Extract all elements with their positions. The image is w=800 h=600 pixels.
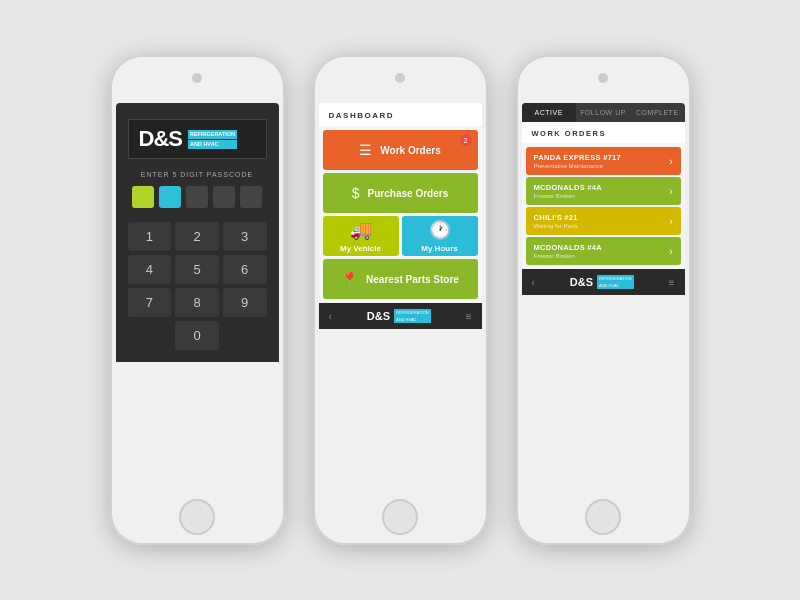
wo-footer-logo: D&S REFRIGERATION AND HVAC: [570, 275, 634, 289]
tab-active[interactable]: Active: [522, 103, 576, 122]
wo-item-2[interactable]: CHILI'S #21 Waiting for Parts ›: [526, 207, 681, 235]
key-5[interactable]: 5: [175, 255, 219, 284]
tile-my-vehicle[interactable]: 🚚 My Vehicle: [323, 216, 399, 256]
tile-purchase-orders[interactable]: $ Purchase Orders: [323, 173, 478, 213]
logo-line2: AND HVAC: [188, 140, 237, 149]
wo-arrow-3: ›: [669, 246, 672, 257]
passcode-label: ENTER 5 DIGIT PASSCODE: [141, 171, 253, 178]
key-8[interactable]: 8: [175, 288, 219, 317]
key-4[interactable]: 4: [128, 255, 172, 284]
footer-ds: D&S: [367, 310, 390, 322]
wo-footer: ‹ D&S REFRIGERATION AND HVAC ≡: [522, 269, 685, 295]
logo-ds: D&S: [139, 126, 182, 152]
key-0[interactable]: 0: [175, 321, 219, 350]
back-icon[interactable]: ‹: [329, 311, 332, 322]
key-3[interactable]: 3: [223, 222, 267, 251]
footer-logo: D&S REFRIGERATION AND HVAC: [367, 309, 431, 323]
phone-login: D&S REFRIGERATION AND HVAC ENTER 5 DIGIT…: [110, 55, 285, 545]
wo-header: WORK ORDERS: [522, 122, 685, 143]
tab-complete[interactable]: Complete: [630, 103, 684, 122]
wo-name-0: PANDA EXPRESS #717: [534, 153, 622, 162]
purchase-orders-icon: $: [352, 185, 360, 201]
wo-item-1[interactable]: MCDONALDS #4A Freezer Broken ›: [526, 177, 681, 205]
workorders-screen: Active Follow Up Complete WORK ORDERS PA…: [522, 103, 685, 503]
wo-back-icon[interactable]: ‹: [532, 277, 535, 288]
wo-name-1: MCDONALDS #4A: [534, 183, 603, 192]
dash-tiles: ☰ Work Orders 2 $ Purchase Orders 🚚 My V…: [319, 126, 482, 303]
tile-work-orders[interactable]: ☰ Work Orders 2: [323, 130, 478, 170]
footer-text: REFRIGERATION AND HVAC: [394, 309, 431, 323]
wo-name-2: CHILI'S #21: [534, 213, 578, 222]
key-1[interactable]: 1: [128, 222, 172, 251]
wo-item-text-0: PANDA EXPRESS #717 Preventative Maintena…: [534, 153, 622, 169]
logo-box: D&S REFRIGERATION AND HVAC: [128, 119, 267, 159]
wo-menu-icon[interactable]: ≡: [669, 277, 675, 288]
wo-sub-3: Freezer Broken: [534, 253, 603, 259]
tile-my-hours[interactable]: 🕐 My Hours: [402, 216, 478, 256]
wo-sub-1: Freezer Broken: [534, 193, 603, 199]
wo-name-3: MCDONALDS #4A: [534, 243, 603, 252]
tab-bar: Active Follow Up Complete: [522, 103, 685, 122]
footer-line2: AND HVAC: [394, 316, 431, 323]
wo-item-text-1: MCDONALDS #4A Freezer Broken: [534, 183, 603, 199]
dot-3: [186, 186, 208, 208]
tab-followup[interactable]: Follow Up: [576, 103, 630, 122]
login-screen: D&S REFRIGERATION AND HVAC ENTER 5 DIGIT…: [116, 103, 279, 503]
wo-arrow-2: ›: [669, 216, 672, 227]
wo-footer-line2: AND HVAC: [597, 282, 634, 289]
wo-sub-0: Preventative Maintenance: [534, 163, 622, 169]
vehicle-label: My Vehicle: [340, 244, 381, 253]
logo-line1: REFRIGERATION: [188, 130, 237, 139]
tile-nearest-parts[interactable]: 📍 Nearest Parts Store: [323, 259, 478, 299]
wo-item-text-2: CHILI'S #21 Waiting for Parts: [534, 213, 578, 229]
wo-arrow-0: ›: [669, 156, 672, 167]
wo-item-0[interactable]: PANDA EXPRESS #717 Preventative Maintena…: [526, 147, 681, 175]
wo-item-3[interactable]: MCDONALDS #4A Freezer Broken ›: [526, 237, 681, 265]
dot-4: [213, 186, 235, 208]
dash-footer: ‹ D&S REFRIGERATION AND HVAC ≡: [319, 303, 482, 329]
tile-half-row: 🚚 My Vehicle 🕐 My Hours: [323, 216, 478, 256]
vehicle-icon: 🚚: [350, 219, 372, 241]
dot-1: [132, 186, 154, 208]
wo-footer-text: REFRIGERATION AND HVAC: [597, 275, 634, 289]
phone-workorders: Active Follow Up Complete WORK ORDERS PA…: [516, 55, 691, 545]
passcode-dots: [132, 186, 262, 208]
wo-item-text-3: MCDONALDS #4A Freezer Broken: [534, 243, 603, 259]
dashboard-content: DASHBOARD ☰ Work Orders 2 $ Purchase Ord…: [319, 103, 482, 329]
parts-label: Nearest Parts Store: [366, 274, 459, 285]
logo-text: REFRIGERATION AND HVAC: [188, 129, 237, 149]
wo-list: PANDA EXPRESS #717 Preventative Maintena…: [522, 143, 685, 269]
phone-dashboard: DASHBOARD ☰ Work Orders 2 $ Purchase Ord…: [313, 55, 488, 545]
dash-header: DASHBOARD: [319, 103, 482, 126]
work-orders-icon: ☰: [359, 142, 372, 158]
hours-icon: 🕐: [429, 219, 451, 241]
parts-icon: 📍: [341, 271, 358, 287]
dot-5: [240, 186, 262, 208]
key-9[interactable]: 9: [223, 288, 267, 317]
workorders-content: Active Follow Up Complete WORK ORDERS PA…: [522, 103, 685, 295]
dashboard-screen: DASHBOARD ☰ Work Orders 2 $ Purchase Ord…: [319, 103, 482, 503]
wo-arrow-1: ›: [669, 186, 672, 197]
wo-footer-ds: D&S: [570, 276, 593, 288]
key-6[interactable]: 6: [223, 255, 267, 284]
footer-line1: REFRIGERATION: [394, 309, 431, 316]
purchase-orders-label: Purchase Orders: [368, 188, 449, 199]
work-orders-label: Work Orders: [380, 145, 440, 156]
hours-label: My Hours: [421, 244, 457, 253]
login-content: D&S REFRIGERATION AND HVAC ENTER 5 DIGIT…: [116, 103, 279, 362]
key-7[interactable]: 7: [128, 288, 172, 317]
wo-footer-line1: REFRIGERATION: [597, 275, 634, 282]
menu-icon[interactable]: ≡: [466, 311, 472, 322]
work-orders-badge: 2: [460, 134, 472, 146]
key-2[interactable]: 2: [175, 222, 219, 251]
wo-sub-2: Waiting for Parts: [534, 223, 578, 229]
dot-2: [159, 186, 181, 208]
numpad: 1 2 3 4 5 6 7 8 9 0: [128, 222, 267, 350]
